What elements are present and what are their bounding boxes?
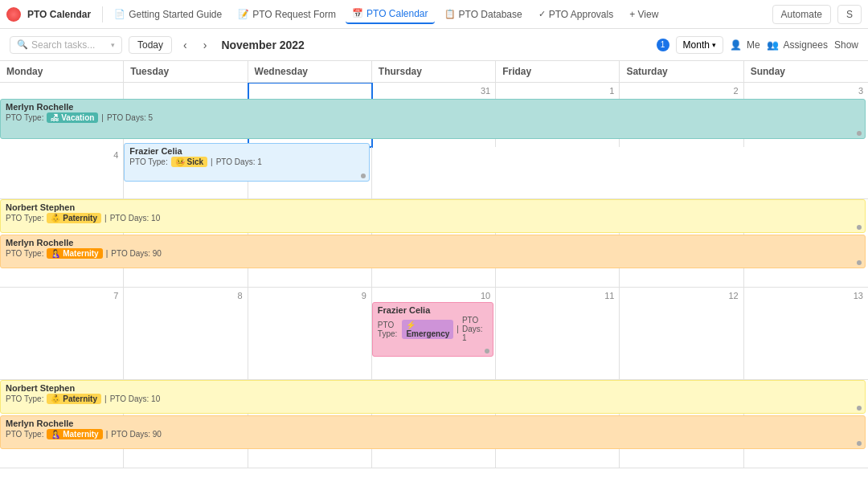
week-row-1: 31123456 Norbert Stephen PTO Type: 👶 Pat… [0, 199, 868, 288]
nav-right: Automate S [772, 5, 862, 24]
nav-divider [102, 6, 103, 22]
event-corner-dot [857, 260, 862, 265]
event-norbert-paternity-w3[interactable]: Norbert Stephen PTO Type: 👶 Paternity | … [0, 380, 866, 414]
day-num-w0-d3: 31 [374, 84, 493, 97]
day-num-w2-d2: 9 [250, 289, 370, 302]
chevron-down-icon: ▾ [111, 41, 115, 49]
event-name: Frazier Celia [378, 305, 488, 315]
day-num-w0-d6: 3 [746, 84, 866, 97]
day-num-w0-d5: 2 [621, 84, 741, 97]
day-num-w2-d4: 11 [497, 289, 617, 302]
event-corner-dot [361, 174, 366, 178]
event-meta: PTO Type: 👶 Paternity | PTO Days: 10 [6, 394, 860, 404]
day-num-w0-d0 [2, 84, 121, 88]
event-name: Norbert Stephen [6, 202, 860, 212]
day-num-w2-d1: 8 [125, 289, 245, 302]
day-header-tuesday: Tuesday [124, 61, 248, 82]
event-badge: ⚡ Emergency [402, 320, 453, 339]
event-corner-dot [857, 225, 862, 230]
tab-pto-approvals[interactable]: ✓ PTO Approvals [532, 6, 620, 23]
filter-badge: 1 [657, 39, 669, 51]
tab-getting-started[interactable]: 📄 Getting Started Guide [108, 6, 228, 23]
event-merlyn-maternity-w1[interactable]: Merlyn Rochelle PTO Type: 🤱 Maternity | … [0, 235, 866, 268]
day-num-w2-d6: 13 [746, 289, 866, 302]
today-button[interactable]: Today [129, 36, 172, 54]
week-row-3: 14151617181920 Norbert Stephen PTO Type:… [0, 380, 868, 468]
people-icon: 👥 [767, 39, 779, 51]
search-icon: 🔍 [17, 39, 28, 50]
day-num-w2-d5: 12 [621, 289, 741, 302]
day-cell-w2-d2[interactable]: 9 [248, 288, 372, 379]
chevron-down-icon: ▾ [712, 41, 716, 49]
day-cell-w2-d4[interactable]: 11 [496, 288, 620, 379]
event-corner-dot [485, 349, 489, 353]
calendar: Monday Tuesday Wednesday Thursday Friday… [0, 61, 868, 478]
event-meta: PTO Type: 🤱 Maternity | PTO Days: 90 [6, 429, 860, 439]
day-num-w0-d4: 1 [497, 84, 617, 97]
doc-icon: 📄 [114, 9, 125, 19]
event-name: Norbert Stephen [6, 383, 860, 393]
event-corner-dot [857, 131, 862, 136]
event-badge: 👶 Paternity [47, 394, 101, 404]
toolbar-right: 1 Month ▾ 👤 Me 👥 Assignees Show [657, 36, 858, 54]
toolbar: 🔍 Search tasks... ▾ Today ‹ › November 2… [0, 29, 868, 61]
assignees-button[interactable]: 👥 Assignees [767, 39, 828, 51]
event-name: Merlyn Rochelle [6, 419, 860, 428]
day-cell-w2-d5[interactable]: 12 [620, 288, 743, 379]
form-icon: 📝 [238, 9, 249, 19]
event-badge: 🤒 Sick [171, 157, 207, 167]
app-title: PTO Calendar [27, 9, 91, 20]
day-num-w0-d1 [125, 84, 245, 88]
month-selector[interactable]: Month ▾ [676, 36, 723, 54]
day-cell-w2-d6[interactable]: 13 [744, 288, 868, 379]
event-badge: 👶 Paternity [47, 213, 101, 223]
event-badge: 🤱 Maternity [47, 248, 102, 259]
share-button[interactable]: S [837, 5, 862, 24]
day-header-sunday: Sunday [744, 61, 868, 82]
day-num-w2-d3: 10 [374, 289, 493, 302]
day-headers: Monday Tuesday Wednesday Thursday Friday… [0, 61, 868, 83]
check-icon: ✓ [538, 9, 546, 19]
tab-view[interactable]: + View [623, 6, 665, 23]
day-header-monday: Monday [0, 61, 124, 82]
day-cell-w2-d1[interactable]: 8 [124, 288, 248, 379]
automate-button[interactable]: Automate [772, 5, 831, 24]
event-meta: PTO Type: ⚡ Emergency | PTO Days: 1 [378, 316, 488, 342]
event-badge: 🤱 Maternity [47, 429, 102, 439]
event-corner-dot [857, 441, 862, 446]
app-logo [6, 7, 21, 22]
day-header-saturday: Saturday [620, 61, 743, 82]
event-name: Merlyn Rochelle [6, 238, 860, 247]
event-frazier-emergency[interactable]: Frazier Celia PTO Type: ⚡ Emergency | PT… [372, 302, 493, 357]
event-corner-dot [857, 406, 862, 411]
event-meta: PTO Type: 🏖 Vacation | PTO Days: 5 [6, 112, 860, 123]
event-meta: PTO Type: 🤒 Sick | PTO Days: 1 [129, 157, 363, 167]
day-num-w0-d7: 4 [2, 149, 121, 161]
event-badge: 🏖 Vacation [47, 112, 98, 123]
person-icon: 👤 [730, 39, 742, 51]
tab-pto-database[interactable]: 📋 PTO Database [438, 6, 529, 23]
prev-period-button[interactable]: ‹ [178, 36, 192, 54]
next-period-button[interactable]: › [199, 36, 212, 54]
day-num-w0-d2 [250, 84, 370, 88]
calendar-body: 31123456 Merlyn Rochelle PTO Type: 🏖 Vac… [0, 83, 868, 478]
event-meta: PTO Type: 👶 Paternity | PTO Days: 10 [6, 213, 860, 223]
week-row-0: 31123456 Merlyn Rochelle PTO Type: 🏖 Vac… [0, 83, 868, 199]
event-norbert-paternity-w1[interactable]: Norbert Stephen PTO Type: 👶 Paternity | … [0, 199, 866, 233]
tab-pto-calendar[interactable]: 📅 PTO Calendar [346, 5, 434, 24]
event-merlyn-vacation[interactable]: Merlyn Rochelle PTO Type: 🏖 Vacation | P… [0, 99, 866, 139]
week-row-2: 78910111213 Frazier Celia PTO Type: ⚡ Em… [0, 288, 868, 380]
event-frazier-sick[interactable]: Frazier Celia PTO Type: 🤒 Sick | PTO Day… [124, 143, 369, 182]
me-button[interactable]: 👤 Me [730, 39, 760, 51]
show-button[interactable]: Show [834, 39, 858, 51]
event-merlyn-maternity-w3[interactable]: Merlyn Rochelle PTO Type: 🤱 Maternity | … [0, 415, 866, 449]
calendar-icon: 📅 [352, 8, 363, 18]
tab-pto-request[interactable]: 📝 PTO Request Form [231, 6, 342, 23]
day-header-thursday: Thursday [372, 61, 496, 82]
filter-group[interactable]: 1 [657, 39, 669, 51]
day-cell-w2-d0[interactable]: 7 [0, 288, 124, 379]
day-header-friday: Friday [496, 61, 620, 82]
period-title: November 2022 [221, 39, 305, 51]
search-box[interactable]: 🔍 Search tasks... ▾ [10, 36, 122, 54]
day-header-wednesday: Wednesday [248, 61, 372, 82]
